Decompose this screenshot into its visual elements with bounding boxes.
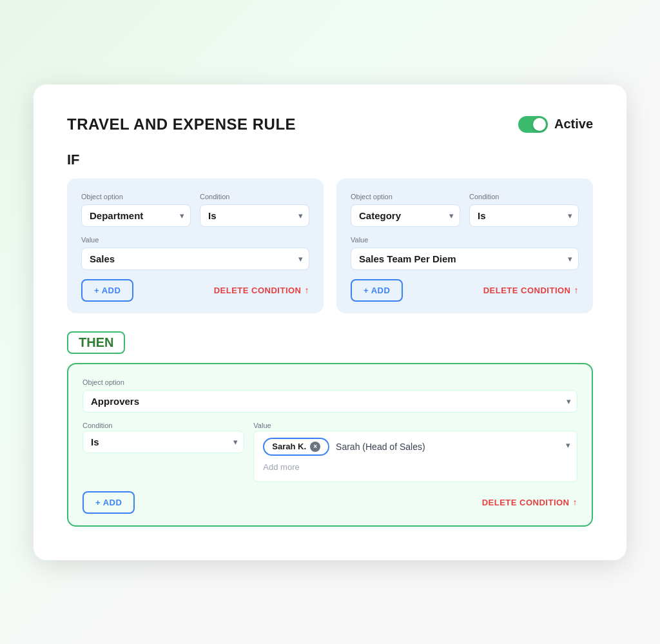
then-object-option-group: Object option Approvers: [82, 378, 578, 413]
then-value-box: Sarah K. × Sarah (Head of Sales) Add mor…: [253, 431, 578, 482]
value-select-wrapper-2[interactable]: Sales Team Per Diem: [351, 248, 579, 270]
condition-group-2: Condition Is: [469, 193, 579, 227]
tag-close-icon[interactable]: ×: [310, 442, 320, 452]
page-title: TRAVEL AND EXPENSE RULE: [67, 115, 296, 133]
active-label: Active: [554, 117, 593, 132]
sarah-k-tag[interactable]: Sarah K. ×: [263, 438, 329, 456]
condition-select-1[interactable]: Is: [200, 204, 309, 227]
then-condition-value-row: Condition Is Value Sarah K.: [82, 422, 578, 482]
value-select-2[interactable]: Sales Team Per Diem: [351, 248, 579, 270]
condition-card-2: Object option Category Condition Is: [336, 179, 593, 313]
tag-name: Sarah K.: [272, 442, 306, 451]
object-option-select-1[interactable]: Department: [81, 204, 191, 227]
then-delete-arrow-icon: ↑: [573, 497, 578, 507]
condition-group-1: Condition Is: [200, 193, 309, 227]
delete-condition-button-1[interactable]: DELETE CONDITION ↑: [214, 285, 309, 295]
condition-select-2[interactable]: Is: [469, 204, 579, 227]
then-condition-select-wrapper[interactable]: Is: [82, 431, 244, 453]
add-button-1[interactable]: + ADD: [81, 279, 133, 302]
delete-arrow-icon-1: ↑: [305, 285, 310, 295]
then-condition-select[interactable]: Is: [82, 431, 244, 453]
condition-label-1: Condition: [200, 193, 309, 200]
value-select-wrapper-1[interactable]: Sales: [81, 248, 309, 270]
object-option-select-wrapper-1[interactable]: Department: [81, 204, 191, 227]
condition-1-action-row: + ADD DELETE CONDITION ↑: [81, 279, 309, 302]
delete-condition-button-2[interactable]: DELETE CONDITION ↑: [483, 285, 579, 295]
toggle-track[interactable]: [518, 116, 548, 133]
object-option-group-1: Object option Department: [81, 193, 191, 227]
object-option-select-wrapper-2[interactable]: Category: [351, 204, 460, 227]
then-object-option-label: Object option: [82, 378, 578, 386]
then-add-button[interactable]: + ADD: [82, 491, 135, 514]
then-condition-right: Value Sarah K. × Sarah (Head of Sales): [253, 422, 578, 482]
then-value-tags-row: Sarah K. × Sarah (Head of Sales): [263, 438, 568, 456]
condition-card-1: Object option Department Condition Is: [67, 179, 324, 313]
if-conditions-row: Object option Department Condition Is: [67, 179, 593, 313]
then-card: Object option Approvers Condition Is: [67, 363, 593, 527]
then-value-label: Value: [253, 422, 578, 429]
tag-secondary-text: Sarah (Head of Sales): [336, 442, 425, 452]
condition-2-value-row: Value Sales Team Per Diem: [351, 236, 579, 270]
toggle-thumb: [533, 118, 546, 131]
then-condition-label: Condition: [82, 422, 244, 429]
value-group-2: Value Sales Team Per Diem: [351, 236, 579, 270]
then-section: THEN Object option Approvers Condition I…: [67, 331, 593, 527]
object-option-label-2: Object option: [351, 193, 460, 200]
value-label-1: Value: [81, 236, 309, 244]
rule-card: TRAVEL AND EXPENSE RULE Active IF Object…: [34, 84, 626, 560]
condition-1-value-row: Value Sales: [81, 236, 309, 270]
if-label: IF: [67, 151, 593, 168]
condition-select-wrapper-2[interactable]: Is: [469, 204, 579, 227]
then-label: THEN: [67, 331, 125, 354]
condition-2-top-row: Object option Category Condition Is: [351, 193, 579, 227]
condition-label-2: Condition: [469, 193, 579, 200]
header-row: TRAVEL AND EXPENSE RULE Active: [67, 115, 593, 133]
object-option-label-1: Object option: [81, 193, 191, 200]
value-label-2: Value: [351, 236, 579, 244]
object-option-select-2[interactable]: Category: [351, 204, 460, 227]
condition-select-wrapper-1[interactable]: Is: [200, 204, 309, 227]
condition-1-top-row: Object option Department Condition Is: [81, 193, 309, 227]
then-condition-left: Condition Is: [82, 422, 244, 453]
object-option-group-2: Object option Category: [351, 193, 460, 227]
condition-2-action-row: + ADD DELETE CONDITION ↑: [351, 279, 579, 302]
add-button-2[interactable]: + ADD: [351, 279, 403, 302]
then-object-option-select[interactable]: Approvers: [82, 390, 578, 413]
value-group-1: Value Sales: [81, 236, 309, 270]
active-toggle[interactable]: Active: [518, 116, 593, 133]
then-object-option-select-wrapper[interactable]: Approvers: [82, 390, 578, 413]
add-more-button[interactable]: Add more: [263, 462, 299, 472]
then-action-row: + ADD DELETE CONDITION ↑: [82, 491, 578, 514]
then-delete-condition-button[interactable]: DELETE CONDITION ↑: [482, 497, 578, 507]
delete-arrow-icon-2: ↑: [574, 285, 579, 295]
value-select-1[interactable]: Sales: [81, 248, 309, 270]
